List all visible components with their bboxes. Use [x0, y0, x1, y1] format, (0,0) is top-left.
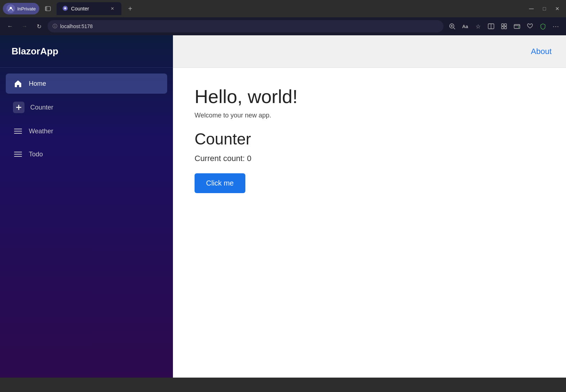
welcome-text: Welcome to your new app. — [195, 112, 544, 119]
svg-rect-12 — [504, 24, 507, 26]
nav-bar: ← → ↻ ⓘ localhost:5178 Aa ☆ — [0, 17, 566, 35]
title-bar: InPrivate Counter ✕ + ─ □ ✕ — [0, 0, 566, 17]
favorites-button[interactable]: ☆ — [472, 21, 484, 32]
refresh-button[interactable]: ↻ — [33, 21, 45, 32]
main-content: About Hello, world! Welcome to your new … — [173, 35, 566, 378]
sidebar-item-counter-label: Counter — [30, 104, 53, 111]
todo-icon — [13, 149, 23, 159]
split-screen-button[interactable] — [485, 21, 497, 32]
main-body: Hello, world! Welcome to your new app. C… — [173, 68, 566, 378]
close-button[interactable]: ✕ — [552, 3, 563, 14]
sidebar-item-todo-label: Todo — [29, 151, 43, 158]
more-button[interactable]: ··· — [550, 21, 562, 32]
svg-rect-15 — [514, 24, 520, 28]
inprivate-button[interactable]: InPrivate — [3, 3, 39, 14]
sidebar: BlazorApp Home Counter — [0, 35, 173, 378]
new-tab-button[interactable]: + — [124, 3, 136, 14]
tab-title: Counter — [71, 6, 89, 12]
info-icon: ⓘ — [53, 23, 57, 30]
sidebar-item-todo[interactable]: Todo — [6, 144, 167, 164]
sidebar-item-home[interactable]: Home — [6, 74, 167, 94]
home-icon — [13, 79, 23, 89]
svg-rect-2 — [45, 6, 47, 11]
inprivate-label: InPrivate — [17, 6, 36, 12]
counter-icon — [13, 102, 24, 113]
about-link[interactable]: About — [531, 47, 552, 56]
address-text: localhost:5178 — [60, 23, 93, 29]
main-header: About — [173, 35, 566, 68]
avatar — [6, 4, 15, 13]
app-container: BlazorApp Home Counter — [0, 35, 566, 378]
hearts-button[interactable] — [524, 21, 536, 32]
sidebar-toggle-button[interactable] — [42, 3, 54, 14]
click-me-button[interactable]: Click me — [195, 173, 245, 193]
collections-button[interactable] — [498, 21, 510, 32]
minimize-button[interactable]: ─ — [526, 3, 537, 14]
address-bar[interactable]: ⓘ localhost:5178 — [48, 20, 444, 32]
svg-rect-14 — [504, 27, 507, 29]
shield-button[interactable] — [537, 21, 549, 32]
counter-title: Counter — [195, 130, 544, 148]
active-tab[interactable]: Counter ✕ — [57, 2, 121, 15]
svg-rect-11 — [502, 24, 504, 26]
forward-button[interactable]: → — [19, 21, 30, 32]
sidebar-item-home-label: Home — [29, 80, 46, 88]
svg-rect-13 — [502, 27, 504, 29]
tab-favicon — [62, 5, 68, 12]
sidebar-item-counter[interactable]: Counter — [6, 97, 167, 118]
sidebar-item-weather[interactable]: Weather — [6, 121, 167, 141]
svg-point-4 — [64, 7, 66, 9]
hello-title: Hello, world! — [195, 86, 544, 107]
sidebar-item-weather-label: Weather — [29, 128, 53, 135]
tab-close-button[interactable]: ✕ — [109, 5, 116, 12]
svg-point-16 — [518, 27, 519, 28]
back-button[interactable]: ← — [4, 21, 16, 32]
wallet-button[interactable] — [511, 21, 523, 32]
weather-icon — [13, 126, 23, 136]
nav-actions: Aa ☆ ··· — [446, 21, 562, 32]
current-count: Current count: 0 — [195, 154, 544, 163]
maximize-button[interactable]: □ — [539, 3, 550, 14]
sidebar-brand: BlazorApp — [0, 35, 173, 68]
sidebar-nav: Home Counter Weather — [0, 68, 173, 170]
svg-line-6 — [454, 28, 455, 29]
browser-chrome: InPrivate Counter ✕ + ─ □ ✕ — [0, 0, 566, 35]
reader-view-button[interactable]: Aa — [459, 21, 471, 32]
zoom-button[interactable] — [446, 21, 458, 32]
